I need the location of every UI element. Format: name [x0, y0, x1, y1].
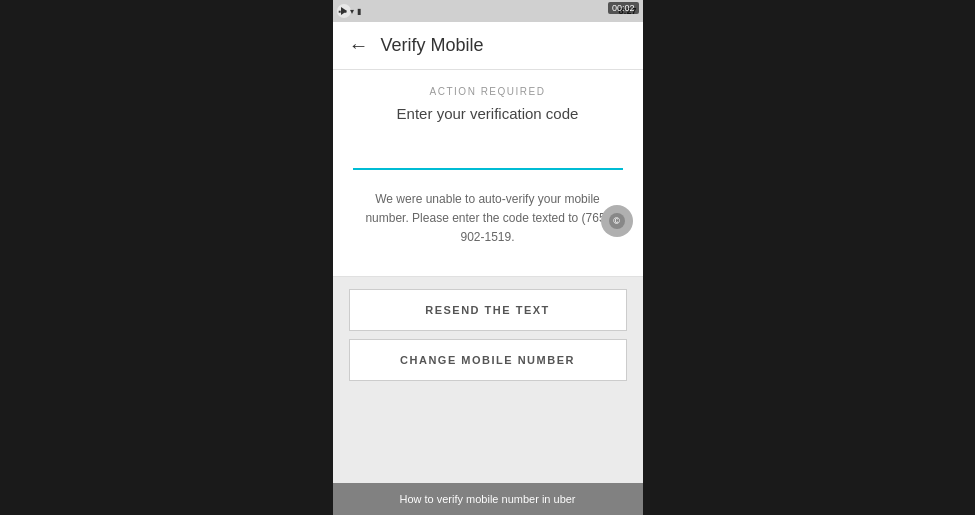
video-timer: 00:02 — [608, 2, 639, 14]
back-button[interactable]: ← — [349, 34, 369, 57]
description-wrapper: We were unable to auto-verify your mobil… — [353, 190, 623, 252]
action-required-label: ACTION REQUIRED — [430, 86, 546, 97]
verification-card: ACTION REQUIRED Enter your verification … — [333, 70, 643, 277]
uber-logo-letter: © — [613, 216, 620, 226]
battery-icon: ▮ — [357, 7, 361, 16]
status-bar: ▪▪▪ ▾ ▮ 8:27 00:02 — [333, 0, 643, 22]
uber-logo-inner: © — [609, 213, 625, 229]
buttons-area: RESEND THE TEXT CHANGE MOBILE NUMBER — [333, 277, 643, 393]
content-area: ACTION REQUIRED Enter your verification … — [333, 70, 643, 515]
right-panel — [643, 0, 976, 515]
bottom-text: How to verify mobile number in uber — [399, 493, 575, 505]
signal-icon: ▪▪▪ — [339, 7, 348, 16]
app-header: ← Verify Mobile — [333, 22, 643, 70]
wifi-icon: ▾ — [350, 7, 354, 16]
change-mobile-number-button[interactable]: CHANGE MOBILE NUMBER — [349, 339, 627, 381]
status-icons-left: ▪▪▪ ▾ ▮ — [339, 7, 362, 16]
code-input-container — [353, 142, 623, 170]
verification-title: Enter your verification code — [397, 105, 579, 122]
page-title: Verify Mobile — [381, 35, 484, 56]
bottom-overlay: How to verify mobile number in uber — [333, 483, 643, 515]
uber-logo: © — [601, 205, 633, 237]
left-panel — [0, 0, 333, 515]
description-text: We were unable to auto-verify your mobil… — [353, 190, 623, 248]
resend-text-button[interactable]: RESEND THE TEXT — [349, 289, 627, 331]
phone-frame: ▪▪▪ ▾ ▮ 8:27 00:02 ← Verify Mobile ACTIO… — [333, 0, 643, 515]
verification-code-input[interactable] — [353, 142, 623, 170]
